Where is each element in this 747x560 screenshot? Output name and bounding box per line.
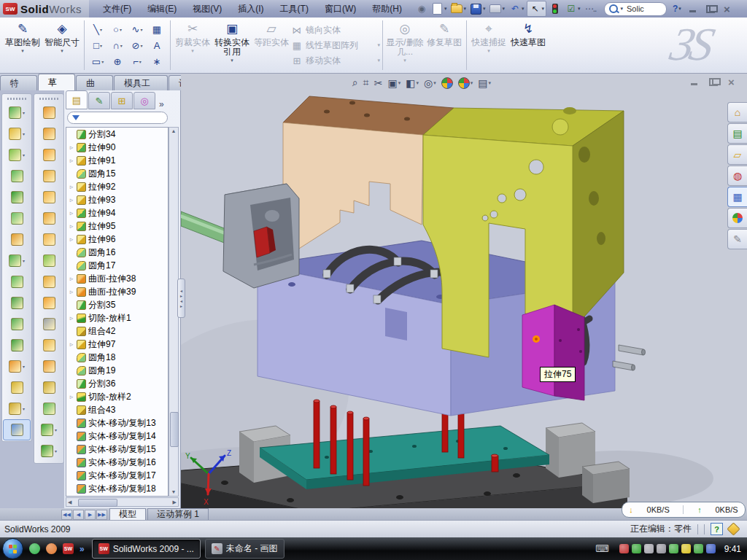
vertical-scroll-thumb[interactable] [170, 412, 179, 447]
select-button[interactable]: ↖▾ [527, 1, 546, 17]
expand-icon[interactable]: ▹ [69, 222, 74, 230]
left-toolbar-2-button-1[interactable] [35, 102, 63, 123]
horizontal-scroll-thumb[interactable] [78, 499, 117, 507]
model-tab-nav-prev[interactable]: ◀ [73, 510, 84, 520]
tree-item[interactable]: 圆角18 [66, 351, 168, 364]
tree-item[interactable]: ▹拉伸96 [66, 233, 168, 246]
doc-restore-button[interactable] [709, 78, 719, 86]
search-dropdown-icon[interactable]: ▾ [621, 6, 624, 12]
scroll-left-icon[interactable]: ◀ [68, 499, 71, 506]
sync-tray-icon[interactable] [706, 544, 716, 553]
dropdown-icon[interactable]: ▾ [23, 131, 25, 136]
model-tab-1[interactable]: 模型 [109, 508, 146, 520]
shield-plus-tray-icon[interactable] [694, 544, 703, 553]
left-toolbar-2-button-9[interactable] [35, 271, 63, 292]
left-toolbar-1-button-10[interactable] [3, 292, 31, 314]
dropdown-icon[interactable]: ▾ [55, 448, 57, 454]
model-tab-nav-last[interactable]: ▶▶ [96, 510, 107, 520]
media-quicklaunch-icon[interactable] [46, 543, 57, 554]
model-tab-2[interactable]: 运动算例 1 [147, 508, 209, 520]
sketch-entity-button[interactable]: ⊘▾ [128, 38, 147, 52]
custom-menu-button[interactable]: ⋯.. [584, 1, 598, 16]
featuremanager-design-tree-tab[interactable]: ▤ [66, 90, 88, 109]
connection-tray-icon[interactable] [669, 544, 678, 553]
solidworks-quicklaunch-icon[interactable]: SW [63, 543, 74, 554]
left-toolbar-2-button-4[interactable] [35, 166, 63, 187]
convert-entities-button[interactable]: ▣转换实体引用▾ [212, 18, 252, 73]
expand-icon[interactable]: ▹ [69, 236, 74, 243]
model-tab-nav-next[interactable]: ▶ [85, 510, 96, 520]
toolbox-tab[interactable]: ◍ [727, 166, 747, 186]
left-toolbar-1-button-1[interactable]: ▾ [3, 102, 31, 123]
scroll-right-icon[interactable]: ▶ [173, 499, 177, 506]
left-toolbar-2-button-5[interactable] [35, 187, 63, 208]
tree-item[interactable]: ▹拉伸93 [66, 193, 168, 206]
left-toolbar-2-button-12[interactable] [35, 335, 63, 356]
taskbar-task-2[interactable]: ✎未命名 - 画图 [205, 539, 285, 559]
dropdown-icon[interactable]: ▾ [23, 110, 25, 115]
left-toolbar-2-button-15[interactable] [35, 398, 63, 419]
keyboard-tray-icon[interactable]: ⌨ [595, 543, 609, 554]
left-toolbar-2-button-10[interactable] [35, 292, 63, 314]
security-alert-tray-icon[interactable] [619, 544, 629, 553]
dropdown-icon[interactable]: ▾ [23, 364, 25, 369]
left-toolbar-2-button-8[interactable] [35, 250, 63, 271]
left-toolbar-2-button-7[interactable] [35, 229, 63, 250]
left-toolbar-1-button-16[interactable] [3, 419, 31, 440]
minimize-button[interactable] [689, 5, 699, 13]
tab-特征[interactable]: 特征 [0, 75, 37, 90]
tree-item[interactable]: 实体-移动/复制17 [66, 469, 168, 482]
ejector-pins[interactable] [613, 345, 646, 370]
expand-icon[interactable]: ▹ [69, 183, 74, 190]
tab-曲面[interactable]: 曲面 [76, 75, 113, 90]
tree-item[interactable]: 实体-移动/复制18 [66, 482, 168, 495]
volume-tray-icon[interactable] [657, 544, 666, 553]
taskbar-task-1[interactable]: SWSolidWorks 2009 - ... [92, 539, 201, 559]
expand-icon[interactable]: ▹ [69, 209, 74, 217]
tree-horizontal-scrollbar[interactable]: ◀ ▶ [66, 497, 179, 507]
tab-模具工具[interactable]: 模具工具 [114, 75, 168, 90]
left-toolbar-1-button-6[interactable] [3, 208, 31, 229]
search-box[interactable]: ▾ [604, 2, 667, 16]
graphics-viewport[interactable]: Y Z X ⌕⌗✂▣▾◧▾◎▾▾▤▾ × ⌂▤▱◍▦✎ 拉伸75 [181, 74, 747, 508]
sketch-entity-button[interactable]: ▦ [147, 22, 166, 36]
nozzle-clamp[interactable] [223, 184, 299, 288]
file-explorer-tab[interactable]: ▱ [727, 144, 747, 165]
menu-item-3[interactable]: 视图(V) [185, 0, 230, 18]
menu-pin-icon[interactable]: ◉ [414, 1, 429, 16]
left-toolbar-2-button-3[interactable] [35, 144, 63, 166]
open-button[interactable]: ▾ [449, 1, 468, 16]
print-button[interactable]: ▾ [488, 1, 506, 16]
menu-item-5[interactable]: 工具(T) [272, 0, 317, 18]
sketch-entity-button[interactable]: ∗ [147, 54, 166, 69]
smart-dimension-button[interactable]: ◈智能尺寸▾ [42, 18, 82, 73]
manager-tabs-overflow[interactable]: » [156, 99, 167, 109]
search-input[interactable] [625, 4, 662, 14]
left-toolbar-2-button-6[interactable] [35, 208, 63, 229]
model-assembly[interactable]: Y Z X [181, 74, 747, 508]
toolbar-grip[interactable] [39, 98, 58, 100]
tree-item[interactable]: 实体-移动/复制15 [66, 443, 168, 456]
messenger-quicklaunch-icon[interactable] [29, 543, 40, 554]
section-view-icon[interactable]: ✂ [374, 77, 383, 89]
tree-item[interactable]: ▹拉伸92 [66, 180, 168, 193]
expand-icon[interactable]: ▹ [69, 196, 74, 203]
sketch-entity-button[interactable]: ⌐▾ [128, 54, 147, 69]
side-insert-block[interactable] [522, 305, 584, 400]
tree-item[interactable]: 分割35 [66, 298, 168, 311]
dropdown-icon[interactable]: ▾ [23, 258, 25, 263]
solidworks-resources-tab[interactable]: ⌂ [727, 102, 747, 122]
left-toolbar-1-button-8[interactable]: ▾ [3, 250, 31, 271]
display-style-icon[interactable]: ◧▾ [406, 77, 419, 89]
left-toolbar-1-button-12[interactable] [3, 335, 31, 356]
edit-appearance-icon[interactable] [441, 77, 453, 89]
rail-block-corner[interactable] [582, 462, 630, 503]
rebuild-button[interactable] [548, 1, 562, 16]
zoom-to-fit-icon[interactable]: ⌕ [352, 77, 358, 89]
move-entities-button[interactable]: ⊞移动实体▾ [291, 53, 380, 68]
sketch-entity-button[interactable]: ╲▾ [88, 22, 107, 36]
linear-sketch-pattern-button[interactable]: ▦线性草图阵列▾ [291, 38, 380, 52]
apply-scene-icon[interactable]: ▾ [458, 77, 473, 89]
tag-icon[interactable] [727, 522, 740, 535]
left-toolbar-1-button-9[interactable] [3, 271, 31, 292]
